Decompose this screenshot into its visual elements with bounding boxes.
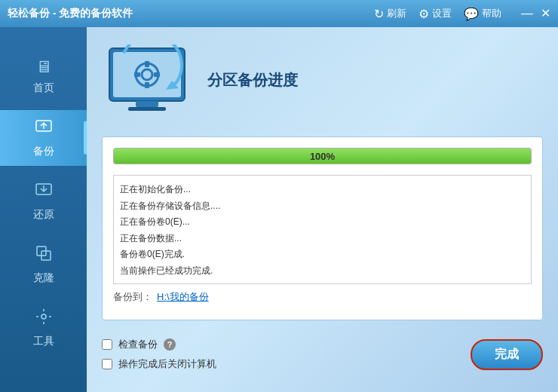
verify-checkbox[interactable] [102, 339, 112, 350]
sidebar-item-label-restore: 还原 [33, 208, 54, 222]
settings-label: 设置 [432, 7, 452, 20]
refresh-icon: ↻ [374, 7, 384, 21]
sidebar: 🖥 首页 备份 还原 [0, 27, 87, 392]
bottom-options: 检查备份 ? 操作完成后关闭计算机 完成 [102, 332, 543, 377]
backup-dest: 备份到： H:\我的备份 [113, 290, 532, 304]
verify-checkbox-row: 检查备份 ? [102, 338, 216, 351]
verify-help-icon[interactable]: ? [164, 338, 176, 351]
titlebar: 轻松备份 - 免费的备份软件 ↻ 刷新 ⚙ 设置 💬 帮助 — ✕ [0, 0, 558, 27]
sidebar-item-restore[interactable]: 还原 [0, 173, 87, 229]
restore-icon [35, 181, 53, 204]
backup-dest-path[interactable]: H:\我的备份 [157, 290, 209, 304]
sidebar-item-home[interactable]: 🖥 首页 [0, 50, 87, 103]
help-icon: 💬 [464, 7, 479, 21]
log-line: 当前操作已经成功完成. [120, 263, 525, 280]
shutdown-checkbox-row: 操作完成后关闭计算机 [102, 357, 216, 371]
svg-rect-9 [136, 101, 158, 107]
log-line: 正在备份存储设备信息.... [120, 198, 525, 215]
sidebar-item-label-clone: 克隆 [33, 271, 54, 285]
backup-dest-label: 备份到： [113, 290, 152, 304]
clone-icon [35, 244, 53, 267]
gear-icon: ⚙ [418, 7, 429, 21]
shutdown-checkbox[interactable] [102, 359, 112, 369]
app-title: 轻松备份 - 免费的备份软件 [8, 7, 374, 20]
monitor-graphic [102, 42, 192, 118]
finish-button[interactable]: 完成 [471, 339, 543, 370]
progress-panel: 100% 正在初始化备份...正在备份存储设备信息....正在备份卷0(E)..… [102, 136, 543, 320]
content-area: 分区备份进度 100% 正在初始化备份...正在备份存储设备信息....正在备份… [87, 27, 558, 392]
svg-rect-14 [145, 82, 149, 88]
shutdown-checkbox-label: 操作完成后关闭计算机 [118, 357, 216, 371]
progress-bar-container: 100% [113, 148, 532, 164]
settings-button[interactable]: ⚙ 设置 [418, 7, 452, 21]
refresh-label: 刷新 [387, 7, 406, 20]
titlebar-controls: ↻ 刷新 ⚙ 设置 💬 帮助 — ✕ [374, 7, 550, 21]
log-line: 正在初始化备份... [120, 182, 525, 198]
svg-rect-10 [128, 107, 166, 111]
svg-rect-8 [113, 52, 181, 97]
backup-icon [35, 118, 53, 140]
sidebar-item-label-home: 首页 [33, 81, 54, 95]
verify-checkbox-label: 检查备份 [118, 338, 158, 351]
help-label: 帮助 [482, 7, 501, 20]
sidebar-item-tools[interactable]: 工具 [0, 300, 87, 356]
home-icon: 🖥 [35, 57, 52, 77]
sidebar-item-label-backup: 备份 [33, 145, 54, 158]
log-area: 正在初始化备份...正在备份存储设备信息....正在备份卷0(E)...正在备份… [113, 175, 532, 284]
svg-point-6 [41, 314, 46, 319]
log-line: 正在备份卷0(E)... [120, 214, 525, 231]
sidebar-item-label-tools: 工具 [33, 335, 54, 348]
minimize-button[interactable]: — [521, 8, 533, 20]
log-line: 正在备份数据... [120, 231, 525, 247]
svg-rect-15 [134, 72, 140, 77]
main-container: 🖥 首页 备份 还原 [0, 27, 558, 392]
top-section: 分区备份进度 [102, 42, 543, 125]
window-controls: — ✕ [521, 8, 550, 20]
log-line: 备份卷0(E)完成. [120, 247, 525, 263]
section-title: 分区备份进度 [207, 70, 298, 90]
svg-rect-16 [154, 72, 160, 77]
checkboxes: 检查备份 ? 操作完成后关闭计算机 [102, 338, 216, 371]
refresh-button[interactable]: ↻ 刷新 [374, 7, 406, 21]
svg-rect-13 [145, 61, 149, 67]
close-button[interactable]: ✕ [541, 8, 550, 20]
sidebar-item-clone[interactable]: 克隆 [0, 237, 87, 292]
sidebar-item-backup[interactable]: 备份 [0, 110, 87, 166]
help-button[interactable]: 💬 帮助 [464, 7, 501, 21]
tools-icon [35, 308, 53, 330]
progress-percent-label: 100% [310, 151, 335, 162]
